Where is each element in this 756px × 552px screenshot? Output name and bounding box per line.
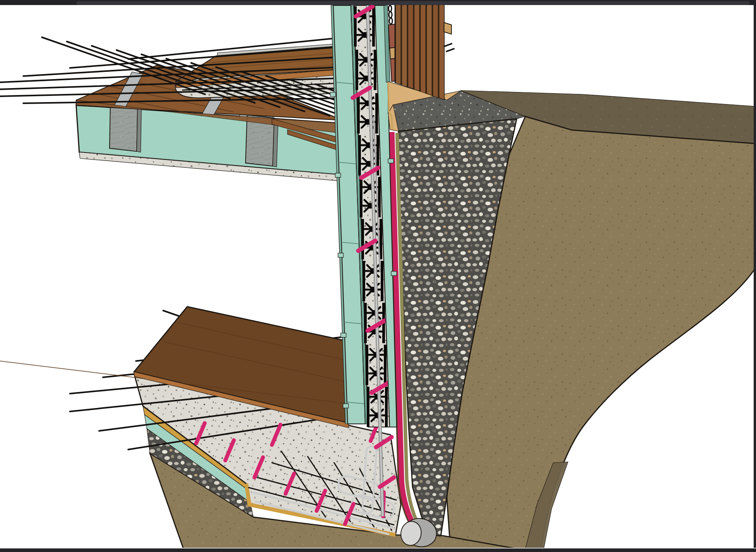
siding-board — [408, 5, 413, 89]
bottom-bar — [0, 549, 756, 552]
screenshot-root — [0, 0, 756, 552]
foam-interlock-tab — [391, 271, 397, 276]
siding-board — [396, 5, 401, 84]
foam-interlock-tab — [343, 404, 348, 408]
bottom-highlight-line — [0, 548, 756, 549]
foam-interlock-tab — [335, 173, 341, 177]
siding-board — [421, 5, 425, 93]
joist-side — [137, 107, 141, 152]
siding-rail — [444, 23, 451, 34]
siding-board — [415, 5, 419, 91]
siding-board — [402, 5, 407, 87]
construction-detail-3d-viewport — [0, 0, 756, 552]
tab-strip[interactable] — [77, 1, 750, 5]
siding-board — [433, 5, 438, 97]
joist-body — [110, 104, 138, 151]
foam-interlock-tab — [330, 92, 336, 97]
foam-interlock-tab — [338, 253, 343, 257]
wood-siding — [395, 5, 444, 99]
siding-board — [427, 5, 432, 95]
foam-interlock-tab — [388, 159, 394, 163]
siding-board — [439, 5, 444, 99]
foam-interlock-tab — [341, 333, 346, 337]
right-window-edge — [754, 5, 756, 548]
